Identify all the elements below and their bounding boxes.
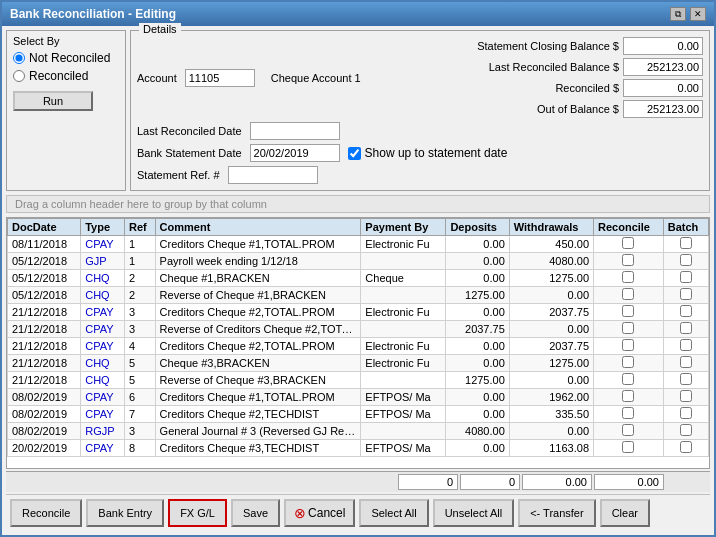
table-row: 08/02/2019 RGJP 3 General Journal # 3 (R… <box>8 423 709 440</box>
reconcile-checkbox[interactable] <box>622 271 634 283</box>
col-deposits[interactable]: Deposits <box>446 219 509 236</box>
cell-batch[interactable] <box>663 355 708 372</box>
show-up-to-checkbox[interactable] <box>348 147 361 160</box>
fx-gl-button[interactable]: FX G/L <box>168 499 227 527</box>
total-deposits-dec[interactable] <box>522 474 592 490</box>
statement-ref-input[interactable] <box>228 166 318 184</box>
cell-reconcile[interactable] <box>594 321 664 338</box>
batch-checkbox[interactable] <box>680 322 692 334</box>
close-button[interactable]: ✕ <box>690 7 706 21</box>
reconciled-radio[interactable] <box>13 70 25 82</box>
col-reconcile[interactable]: Reconcile <box>594 219 664 236</box>
cell-deposits: 1275.00 <box>446 287 509 304</box>
cell-batch[interactable] <box>663 287 708 304</box>
col-batch[interactable]: Batch <box>663 219 708 236</box>
restore-button[interactable]: ⧉ <box>670 7 686 21</box>
cell-reconcile[interactable] <box>594 287 664 304</box>
reconciled-value[interactable] <box>623 79 703 97</box>
last-reconciled-date-input[interactable] <box>250 122 340 140</box>
batch-checkbox[interactable] <box>680 356 692 368</box>
cell-batch[interactable] <box>663 423 708 440</box>
transactions-table-container[interactable]: DocDate Type Ref Comment Payment By Depo… <box>6 217 710 469</box>
cell-reconcile[interactable] <box>594 236 664 253</box>
reconcile-checkbox[interactable] <box>622 424 634 436</box>
reconciled-option[interactable]: Reconciled <box>13 69 119 83</box>
cell-reconcile[interactable] <box>594 423 664 440</box>
cell-reconcile[interactable] <box>594 440 664 457</box>
col-ref[interactable]: Ref <box>125 219 156 236</box>
cell-reconcile[interactable] <box>594 389 664 406</box>
batch-checkbox[interactable] <box>680 390 692 402</box>
cell-batch[interactable] <box>663 440 708 457</box>
bank-statement-date-input[interactable] <box>250 144 340 162</box>
cell-reconcile[interactable] <box>594 406 664 423</box>
cell-reconcile[interactable] <box>594 270 664 287</box>
not-reconciled-radio[interactable] <box>13 52 25 64</box>
batch-checkbox[interactable] <box>680 339 692 351</box>
cell-reconcile[interactable] <box>594 253 664 270</box>
out-of-balance-value[interactable] <box>623 100 703 118</box>
not-reconciled-option[interactable]: Not Reconciled <box>13 51 119 65</box>
reconcile-checkbox[interactable] <box>622 254 634 266</box>
batch-checkbox[interactable] <box>680 237 692 249</box>
batch-checkbox[interactable] <box>680 424 692 436</box>
col-docdate[interactable]: DocDate <box>8 219 81 236</box>
save-button[interactable]: Save <box>231 499 280 527</box>
run-button[interactable]: Run <box>13 91 93 111</box>
cell-type: CPAY <box>81 389 125 406</box>
unselect-all-button[interactable]: Unselect All <box>433 499 514 527</box>
bank-entry-button[interactable]: Bank Entry <box>86 499 164 527</box>
batch-checkbox[interactable] <box>680 254 692 266</box>
account-input[interactable] <box>185 69 255 87</box>
reconcile-checkbox[interactable] <box>622 390 634 402</box>
total-withdrawals-int[interactable] <box>460 474 520 490</box>
total-withdrawals-dec[interactable] <box>594 474 664 490</box>
statement-closing-value[interactable] <box>623 37 703 55</box>
col-paymentby[interactable]: Payment By <box>361 219 446 236</box>
cell-date: 05/12/2018 <box>8 287 81 304</box>
cell-batch[interactable] <box>663 270 708 287</box>
reconcile-checkbox[interactable] <box>622 305 634 317</box>
batch-checkbox[interactable] <box>680 271 692 283</box>
batch-checkbox[interactable] <box>680 441 692 453</box>
cell-reconcile[interactable] <box>594 355 664 372</box>
last-reconciled-value[interactable] <box>623 58 703 76</box>
cell-batch[interactable] <box>663 406 708 423</box>
reconcile-checkbox[interactable] <box>622 237 634 249</box>
cell-batch[interactable] <box>663 321 708 338</box>
col-comment[interactable]: Comment <box>155 219 361 236</box>
cell-batch[interactable] <box>663 304 708 321</box>
total-deposits-int[interactable] <box>398 474 458 490</box>
transfer-button[interactable]: <- Transfer <box>518 499 596 527</box>
batch-checkbox[interactable] <box>680 305 692 317</box>
select-all-button[interactable]: Select All <box>359 499 428 527</box>
show-up-to-checkbox-label[interactable]: Show up to statement date <box>348 146 508 160</box>
cell-batch[interactable] <box>663 372 708 389</box>
reconcile-checkbox[interactable] <box>622 407 634 419</box>
clear-button[interactable]: Clear <box>600 499 650 527</box>
cell-batch[interactable] <box>663 338 708 355</box>
reconcile-checkbox[interactable] <box>622 356 634 368</box>
reconcile-checkbox[interactable] <box>622 373 634 385</box>
reconcile-button[interactable]: Reconcile <box>10 499 82 527</box>
cell-batch[interactable] <box>663 236 708 253</box>
out-of-balance-label: Out of Balance $ <box>537 103 619 115</box>
cell-batch[interactable] <box>663 253 708 270</box>
reconcile-checkbox[interactable] <box>622 441 634 453</box>
cancel-button[interactable]: ⊗ Cancel <box>284 499 355 527</box>
batch-checkbox[interactable] <box>680 373 692 385</box>
cell-reconcile[interactable] <box>594 372 664 389</box>
reconcile-checkbox[interactable] <box>622 339 634 351</box>
col-withdrawals[interactable]: Withdrawals <box>509 219 593 236</box>
reconcile-checkbox[interactable] <box>622 322 634 334</box>
cell-ref: 5 <box>125 355 156 372</box>
reconcile-checkbox[interactable] <box>622 288 634 300</box>
cell-deposits: 0.00 <box>446 270 509 287</box>
cell-reconcile[interactable] <box>594 304 664 321</box>
cell-type: CHQ <box>81 355 125 372</box>
batch-checkbox[interactable] <box>680 288 692 300</box>
batch-checkbox[interactable] <box>680 407 692 419</box>
cell-batch[interactable] <box>663 389 708 406</box>
col-type[interactable]: Type <box>81 219 125 236</box>
cell-reconcile[interactable] <box>594 338 664 355</box>
